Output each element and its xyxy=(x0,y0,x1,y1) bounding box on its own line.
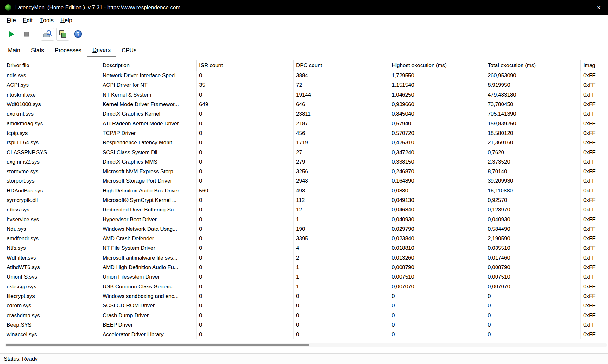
table-row[interactable]: ndis.sysNetwork Driver Interface Speci..… xyxy=(4,71,608,80)
table-row[interactable]: hvservice.sysHypervisor Boot Driver010,0… xyxy=(4,215,608,224)
table-row[interactable]: amdkmdag.sysATI Radeon Kernel Mode Drive… xyxy=(4,119,608,128)
column-header[interactable]: DPC count xyxy=(294,60,389,71)
drivers-table: Driver fileDescriptionISR countDPC count… xyxy=(4,60,608,349)
cell: 0 xyxy=(197,272,294,282)
close-button[interactable]: × xyxy=(590,0,608,15)
cell: 0 xyxy=(197,330,294,339)
table-row[interactable]: stornvme.sysMicrosoft NVM Express Storp.… xyxy=(4,167,608,176)
table-row[interactable]: usbccgp.sysUSB Common Class Generic ...0… xyxy=(4,282,608,292)
cell: ndis.sys xyxy=(4,71,100,80)
tab-stats[interactable]: Stats xyxy=(26,44,49,57)
table-row[interactable]: Ntfs.sysNT File System Driver040,0188100… xyxy=(4,243,608,253)
cell: 0 xyxy=(197,71,294,80)
column-header[interactable]: ISR count xyxy=(197,60,294,71)
start-monitor-button[interactable] xyxy=(5,28,18,41)
horizontal-scrollbar[interactable] xyxy=(5,343,607,347)
column-header[interactable]: Driver file xyxy=(4,60,100,71)
cell: DirectX Graphics Kernel xyxy=(100,109,197,119)
cell: winaccel.sys xyxy=(4,330,100,339)
table-row[interactable]: dxgkrnl.sysDirectX Graphics Kernel023811… xyxy=(4,109,608,119)
tab-drivers[interactable]: Drivers xyxy=(87,44,116,57)
table-row[interactable]: symcryptk.dllMicrosoft® SymCrypt Kernel … xyxy=(4,196,608,205)
table-row[interactable]: amdfendr.sysAMD Crash Defender033950,023… xyxy=(4,234,608,243)
cell: 0 xyxy=(197,215,294,224)
cell: 0xFF xyxy=(581,100,608,109)
cell: amdfendr.sys xyxy=(4,234,100,243)
cell: amdkmdag.sys xyxy=(4,119,100,128)
cell: 0 xyxy=(294,301,389,311)
cell: 190 xyxy=(294,224,389,234)
cell: Network Driver Interface Speci... xyxy=(100,71,197,80)
cell: 19144 xyxy=(294,90,389,100)
cell: Resplendence Latency Monit... xyxy=(100,138,197,147)
menu-tools[interactable]: Tools xyxy=(36,15,57,26)
cell: 0,425310 xyxy=(389,138,485,147)
cell: rdbss.sys xyxy=(4,205,100,215)
table-row[interactable]: Wdf01000.sysKernel Mode Driver Framewor.… xyxy=(4,100,608,109)
table-row[interactable]: crashdmp.sysCrash Dump Driver00000xFF xyxy=(4,311,608,320)
table-row[interactable]: HDAudBus.sysHigh Definition Audio Bus Dr… xyxy=(4,186,608,196)
scrollbar-thumb[interactable] xyxy=(6,344,309,346)
cell: 0,570720 xyxy=(389,129,485,138)
table-row[interactable]: UnionFS.sysUnion Filesystem Driver010,00… xyxy=(4,272,608,282)
column-header[interactable]: Imag xyxy=(581,60,608,71)
table-row[interactable]: CLASSPNP.SYSSCSI Class System Dll0270,34… xyxy=(4,147,608,157)
cell: 0,338150 xyxy=(389,157,485,167)
cell: ATI Radeon Kernel Mode Driver xyxy=(100,119,197,128)
cell: 159,839250 xyxy=(485,119,581,128)
table-row[interactable]: storport.sysMicrosoft Storage Port Drive… xyxy=(4,176,608,186)
cell: 0xFF xyxy=(581,205,608,215)
cell: 39,209930 xyxy=(485,176,581,186)
cell: Accelerator Driver Library xyxy=(100,330,197,339)
help-button[interactable]: ? xyxy=(72,28,84,41)
cell: 0,246870 xyxy=(389,167,485,176)
column-header[interactable]: Total execution (ms) xyxy=(485,60,581,71)
table-row[interactable]: ACPI.sysACPI Driver for NT35721,1515408,… xyxy=(4,80,608,90)
menu-file[interactable]: File xyxy=(3,15,19,26)
tab-cpus[interactable]: CPUs xyxy=(116,44,142,57)
table-row[interactable]: Ndu.sysWindows Network Data Usag...01900… xyxy=(4,224,608,234)
cell: 0,040930 xyxy=(389,215,485,224)
table-row[interactable]: cdrom.sysSCSI CD-ROM Driver00000xFF xyxy=(4,301,608,311)
column-header[interactable]: Description xyxy=(100,60,197,71)
stop-monitor-button[interactable] xyxy=(20,28,33,41)
table-row[interactable]: ntoskrnl.exeNT Kernel & System0191441,04… xyxy=(4,90,608,100)
cell: Microsoft antimalware file sys... xyxy=(100,253,197,263)
table-row[interactable]: tcpip.sysTCP/IP Driver04560,57072018,580… xyxy=(4,129,608,138)
column-header[interactable]: Highest execution (ms) xyxy=(389,60,485,71)
maximize-button[interactable] xyxy=(571,0,590,15)
close-icon: × xyxy=(597,4,601,11)
menu-help[interactable]: Help xyxy=(57,15,76,26)
table-row[interactable]: dxgmms2.sysDirectX Graphics MMS02790,338… xyxy=(4,157,608,167)
table-body: ndis.sysNetwork Driver Interface Speci..… xyxy=(4,71,608,339)
table-row[interactable]: Beep.SYSBEEP Driver00000xFF xyxy=(4,320,608,330)
tab-main[interactable]: Main xyxy=(3,44,26,57)
menu-edit[interactable]: Edit xyxy=(19,15,36,26)
cell: 3256 xyxy=(294,167,389,176)
table-row[interactable]: WdFilter.sysMicrosoft antimalware file s… xyxy=(4,253,608,263)
cell: 0xFF xyxy=(581,253,608,263)
cell: TCP/IP Driver xyxy=(100,129,197,138)
copy-report-button[interactable] xyxy=(56,28,69,41)
tab-processes[interactable]: Processes xyxy=(49,44,87,57)
cell: 0 xyxy=(197,109,294,119)
analyze-drive-button[interactable] xyxy=(41,28,54,41)
cell: 4 xyxy=(294,243,389,253)
table-row[interactable]: rdbss.sysRedirected Drive Buffering Su..… xyxy=(4,205,608,215)
table-row[interactable]: winaccel.sysAccelerator Driver Library00… xyxy=(4,330,608,339)
cell: 0 xyxy=(389,292,485,301)
cell: 0 xyxy=(197,282,294,292)
cell: NT File System Driver xyxy=(100,243,197,253)
minimize-button[interactable] xyxy=(553,0,571,15)
table-row[interactable]: rspLLL64.sysResplendence Latency Monit..… xyxy=(4,138,608,147)
table-row[interactable]: filecrypt.sysWindows sandboxing and enc.… xyxy=(4,292,608,301)
cell: 0xFF xyxy=(581,292,608,301)
cell: storport.sys xyxy=(4,176,100,186)
cell: 3884 xyxy=(294,71,389,80)
window-title: LatencyMon (Home Edition ) v 7.31 - http… xyxy=(15,4,180,11)
cell: 0,046840 xyxy=(389,205,485,215)
stop-icon xyxy=(23,31,30,37)
cell: 2948 xyxy=(294,176,389,186)
table-row[interactable]: AtihdWT6.sysAMD High Definition Audio Fu… xyxy=(4,263,608,272)
cell: 0xFF xyxy=(581,263,608,272)
